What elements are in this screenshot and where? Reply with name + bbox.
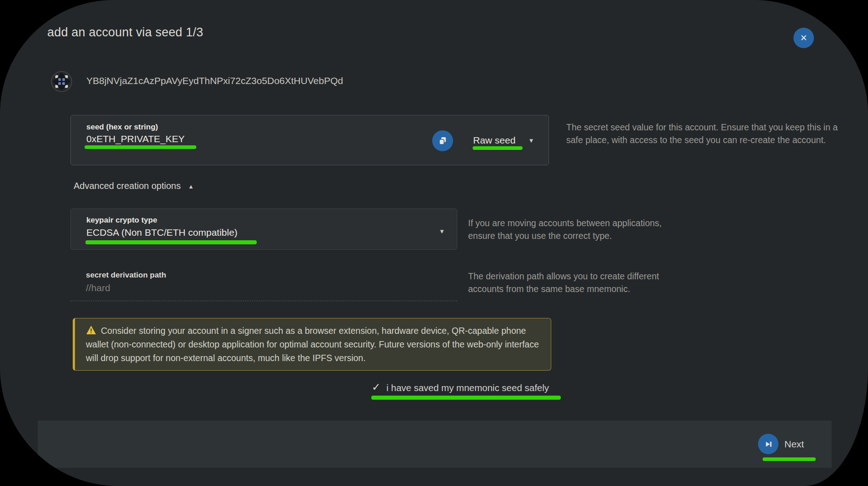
- step-forward-icon: [758, 434, 778, 454]
- annotation-underline-checkbox: [371, 396, 561, 400]
- modal-footer: [38, 421, 832, 468]
- advanced-options-toggle[interactable]: Advanced creation options ▲: [74, 181, 194, 191]
- derivation-path-label: secret derivation path: [86, 271, 166, 280]
- identicon-graphic: [51, 71, 72, 92]
- chevron-down-icon: ▼: [528, 137, 534, 144]
- close-icon: ✕: [800, 33, 808, 43]
- crypto-type-value: ECDSA (Non BTC/ETH compatible): [86, 227, 238, 238]
- seed-input[interactable]: seed (hex or string) 0xETH_PRIVATE_KEY R…: [70, 115, 549, 165]
- derivation-help-text: The derivation path allows you to create…: [468, 270, 695, 295]
- copy-seed-button[interactable]: [432, 130, 453, 151]
- derivation-path-input[interactable]: secret derivation path //hard: [70, 266, 457, 301]
- mnemonic-saved-label: i have saved my mnemonic seed safely: [386, 381, 549, 393]
- annotation-underline-seed: [85, 145, 196, 149]
- seed-help-text: The secret seed value for this account. …: [566, 121, 844, 146]
- crypto-type-label: keypair crypto type: [86, 216, 157, 225]
- chevron-down-icon: ▼: [439, 228, 445, 235]
- check-icon: ✓: [372, 381, 380, 393]
- security-warning-text: Consider storing your account in a signe…: [86, 326, 539, 363]
- next-button[interactable]: Next: [758, 434, 804, 454]
- annotation-underline-crypto: [85, 240, 257, 244]
- copy-icon: [438, 136, 448, 146]
- warning-icon: [86, 325, 96, 338]
- security-warning-banner: Consider storing your account in a signe…: [73, 318, 551, 371]
- derivation-path-placeholder: //hard: [86, 283, 110, 293]
- mnemonic-saved-checkbox[interactable]: ✓ i have saved my mnemonic seed safely: [372, 381, 549, 393]
- seed-value[interactable]: 0xETH_PRIVATE_KEY: [86, 134, 185, 144]
- seed-type-dropdown[interactable]: Raw seed ▼: [473, 135, 534, 146]
- account-address: YB8jNVjaZ1cAzPpAVyEydThNPxi72cZ3o5Do6XtH…: [86, 75, 343, 86]
- screenshot-stage: add an account via seed 1/3 ✕ YB8jNVjaZ1…: [0, 0, 868, 486]
- seed-label: seed (hex or string): [86, 123, 158, 132]
- next-button-label: Next: [784, 439, 804, 450]
- modal-title: add an account via seed 1/3: [47, 25, 203, 40]
- crypto-type-help-text: If you are moving accounts between appli…: [468, 217, 686, 242]
- annotation-underline-next: [763, 457, 816, 461]
- seed-type-value: Raw seed: [473, 135, 515, 146]
- collapse-icon: ▲: [188, 182, 194, 190]
- advanced-options-label: Advanced creation options: [74, 181, 181, 191]
- account-identicon[interactable]: [51, 71, 72, 92]
- annotation-underline-seed-type: [473, 146, 523, 150]
- add-account-modal: add an account via seed 1/3 ✕ YB8jNVjaZ1…: [0, 0, 868, 486]
- close-button[interactable]: ✕: [793, 28, 814, 48]
